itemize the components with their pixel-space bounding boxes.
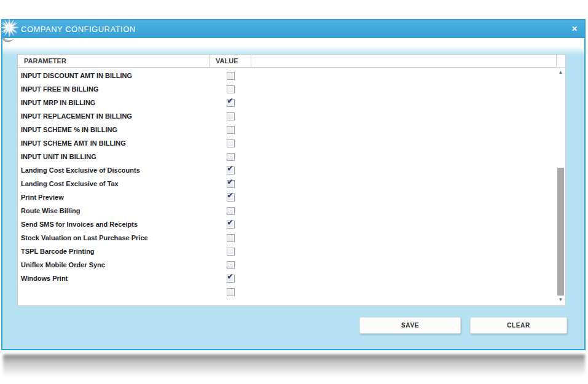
table-row: Stock Valuation on Last Purchase Price — [18, 231, 556, 245]
table-row: Print Preview✔ — [18, 190, 556, 204]
value-checkbox[interactable]: ✔ — [227, 180, 235, 188]
parameter-label: Landing Cost Exclusive of Tax — [18, 180, 210, 187]
save-button[interactable]: SAVE — [359, 317, 461, 334]
parameter-label: Route Wise Billing — [18, 207, 210, 214]
table-row: Uniflex Mobile Order Sync — [18, 258, 556, 272]
parameter-label: INPUT FREE IN BILLING — [18, 85, 210, 93]
scroll-up-icon[interactable]: ▲ — [556, 68, 565, 77]
value-checkbox[interactable] — [227, 234, 235, 242]
value-checkbox[interactable] — [227, 207, 235, 215]
table-row: INPUT SCHEME % IN BILLING — [18, 123, 556, 136]
parameter-label: TSPL Barcode Printing — [18, 248, 210, 255]
vertical-scrollbar[interactable]: ▲ ▼ — [556, 68, 565, 305]
value-checkbox[interactable] — [227, 288, 235, 296]
value-cell — [210, 207, 251, 215]
table-row: INPUT FREE IN BILLING — [18, 82, 556, 96]
value-checkbox[interactable] — [227, 126, 235, 134]
parameter-label: INPUT REPLACEMENT IN BILLING — [18, 112, 210, 120]
table-row: Windows Print✔ — [18, 272, 556, 285]
value-checkbox[interactable]: ✔ — [227, 99, 235, 107]
value-checkbox[interactable]: ✔ — [227, 221, 235, 229]
value-checkbox[interactable] — [227, 112, 235, 120]
starburst-app-icon — [0, 18, 20, 45]
value-cell — [210, 85, 251, 93]
screenshot-canvas: COMPANY CONFIGURATION ✕ PARAMETER VALUE … — [0, 0, 588, 384]
parameter-label: Stock Valuation on Last Purchase Price — [18, 234, 210, 241]
value-checkbox[interactable]: ✔ — [227, 167, 235, 174]
close-icon[interactable]: ✕ — [571, 20, 578, 38]
value-checkbox[interactable]: ✔ — [227, 275, 235, 283]
clear-button[interactable]: CLEAR — [470, 317, 567, 334]
value-cell — [210, 153, 251, 161]
parameter-label: INPUT UNIT IN BILLING — [18, 153, 210, 160]
table-row: INPUT UNIT IN BILLING — [18, 150, 556, 163]
checkmark-icon: ✔ — [227, 97, 233, 105]
table-body: INPUT DISCOUNT AMT IN BILLINGINPUT FREE … — [18, 69, 556, 299]
checkmark-icon: ✔ — [227, 165, 233, 173]
table-row: INPUT SCHEME AMT IN BILLING — [18, 136, 556, 150]
table-row: INPUT MRP IN BILLING✔ — [18, 96, 556, 109]
value-cell — [210, 112, 251, 120]
value-cell — [210, 234, 251, 242]
value-cell — [210, 288, 251, 296]
company-configuration-window: COMPANY CONFIGURATION ✕ PARAMETER VALUE … — [1, 19, 586, 350]
table-header: PARAMETER VALUE — [18, 55, 565, 68]
value-cell — [210, 261, 251, 269]
parameter-label: Landing Cost Exclusive of Discounts — [18, 167, 210, 174]
parameter-label: INPUT SCHEME AMT IN BILLING — [18, 139, 210, 147]
parameter-label: Windows Print — [18, 275, 210, 282]
table-row: Landing Cost Exclusive of Tax✔ — [18, 177, 556, 190]
value-checkbox[interactable] — [227, 261, 235, 269]
titlebar-fade — [2, 38, 584, 55]
value-cell: ✔ — [210, 180, 251, 188]
checkmark-icon: ✔ — [227, 192, 233, 200]
value-cell — [210, 139, 251, 147]
table-row: TSPL Barcode Printing — [18, 245, 556, 258]
titlebar: COMPANY CONFIGURATION ✕ — [2, 20, 584, 38]
scroll-down-icon[interactable]: ▼ — [556, 295, 565, 305]
value-checkbox[interactable] — [227, 72, 235, 80]
value-checkbox[interactable] — [227, 85, 235, 93]
table-row: Route Wise Billing — [18, 204, 556, 217]
table-row: INPUT REPLACEMENT IN BILLING — [18, 109, 556, 123]
parameter-label: INPUT SCHEME % IN BILLING — [18, 126, 210, 133]
column-header-parameter[interactable]: PARAMETER — [18, 55, 210, 68]
value-checkbox[interactable] — [227, 139, 235, 147]
parameter-label: INPUT MRP IN BILLING — [18, 99, 210, 106]
column-header-extra — [251, 55, 557, 68]
value-cell: ✔ — [210, 99, 251, 107]
checkmark-icon: ✔ — [227, 178, 233, 186]
value-cell — [210, 72, 251, 80]
value-cell: ✔ — [210, 221, 251, 229]
value-checkbox[interactable] — [227, 248, 235, 256]
parameter-label: Send SMS for Invoices and Receipts — [18, 221, 210, 228]
window-title: COMPANY CONFIGURATION — [21, 20, 136, 38]
value-cell: ✔ — [210, 194, 251, 202]
table-row — [18, 285, 556, 299]
value-cell: ✔ — [210, 275, 251, 283]
parameter-label: Print Preview — [18, 194, 210, 201]
window-drop-shadow — [3, 355, 585, 377]
table-row: Send SMS for Invoices and Receipts✔ — [18, 217, 556, 231]
table-row: Landing Cost Exclusive of Discounts✔ — [18, 163, 556, 177]
value-cell — [210, 126, 251, 134]
value-checkbox[interactable]: ✔ — [227, 194, 235, 202]
value-checkbox[interactable] — [227, 153, 235, 161]
value-cell — [210, 248, 251, 256]
header-filler — [557, 55, 565, 68]
column-header-value[interactable]: VALUE — [210, 55, 251, 68]
scrollbar-thumb[interactable] — [557, 168, 564, 296]
parameters-table: PARAMETER VALUE INPUT DISCOUNT AMT IN BI… — [17, 54, 566, 306]
parameter-label: Uniflex Mobile Order Sync — [18, 261, 210, 268]
value-cell: ✔ — [210, 167, 251, 174]
checkmark-icon: ✔ — [227, 219, 233, 227]
parameter-label: INPUT DISCOUNT AMT IN BILLING — [18, 72, 210, 79]
table-row: INPUT DISCOUNT AMT IN BILLING — [18, 69, 556, 82]
checkmark-icon: ✔ — [227, 273, 233, 281]
